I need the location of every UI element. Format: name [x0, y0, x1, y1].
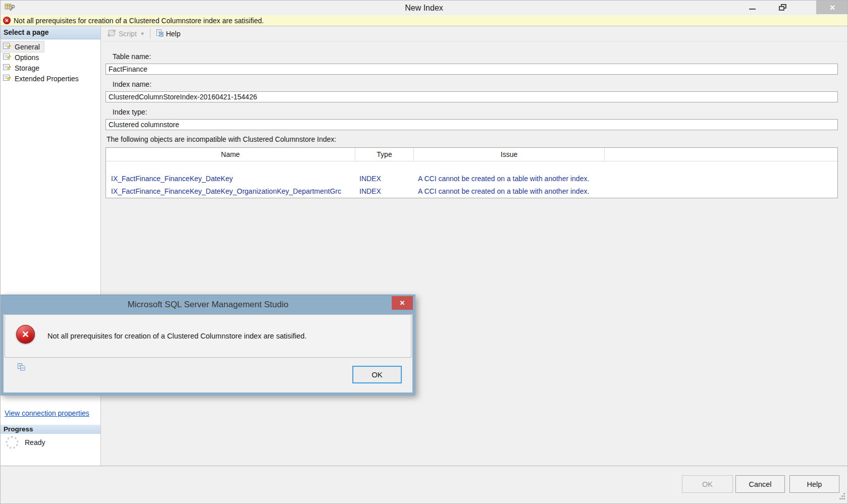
page-list: General Options Storage Extended Propert… [1, 39, 100, 84]
dialog-message: Not all prerequisites for creation of a … [47, 315, 306, 357]
column-header-issue[interactable]: Issue [414, 148, 605, 161]
table-row[interactable]: IX_FactFinance_FinanceKey_DateKey INDEX … [106, 172, 837, 185]
ssms-message-dialog: Microsoft SQL Server Management Studio ✕… [1, 295, 415, 396]
dialog-ok-button[interactable]: OK [352, 366, 402, 383]
sidebar-item-label: Storage [15, 64, 39, 72]
column-header-name[interactable]: Name [106, 148, 355, 161]
copy-message-icon[interactable] [17, 363, 26, 373]
sidebar-item-label: Extended Properties [15, 75, 79, 83]
column-header-type[interactable]: Type [355, 148, 414, 161]
view-connection-properties-link[interactable]: View connection properties [5, 409, 89, 417]
cell-issue: A CCI cannot be created on a table with … [414, 175, 589, 183]
index-name-label: Index name: [113, 80, 151, 88]
sidebar-item-options[interactable]: Options [1, 52, 43, 63]
progress-status: Ready [25, 438, 45, 446]
prerequisite-warning-bar: ✕ Not all prerequisites for creation of … [1, 15, 847, 26]
page-icon [3, 53, 11, 62]
window-titlebar: New Index ✕ [1, 1, 847, 15]
cell-type: INDEX [355, 187, 414, 195]
help-button-footer[interactable]: Help [789, 475, 839, 493]
table-header-row: Name Type Issue [106, 148, 837, 161]
select-a-page-header: Select a page [1, 26, 100, 39]
page-icon [3, 74, 11, 83]
dialog-body: ✕ Not all prerequisites for creation of … [4, 314, 412, 393]
cell-name: IX_FactFinance_FinanceKey_DateKey [106, 175, 355, 183]
sidebar-item-label: General [15, 43, 40, 51]
progress-status-row: Ready [6, 436, 45, 449]
chevron-down-icon: ▼ [140, 31, 145, 36]
dialog-title: Microsoft SQL Server Management Studio [1, 295, 415, 314]
sidebar-item-general[interactable]: General [1, 41, 44, 52]
close-icon: ✕ [829, 4, 835, 12]
window-title: New Index [1, 1, 847, 15]
column-header-empty [605, 148, 837, 161]
dialog-toolbar: Script ▼ Help [101, 26, 848, 42]
restore-button[interactable] [771, 1, 794, 14]
restore-icon [779, 4, 786, 11]
page-icon [3, 42, 11, 51]
sidebar-item-extended-properties[interactable]: Extended Properties [1, 73, 83, 84]
new-index-window: New Index ✕ ✕ Not all prerequisites for … [0, 0, 848, 504]
dialog-message-panel: ✕ Not all prerequisites for creation of … [5, 314, 411, 358]
close-button[interactable]: ✕ [816, 1, 848, 14]
cell-issue: A CCI cannot be created on a table with … [414, 187, 589, 195]
script-icon [107, 29, 116, 39]
resize-grip[interactable] [838, 492, 845, 501]
cell-name: IX_FactFinance_FinanceKey_DateKey_Organi… [106, 187, 355, 195]
index-type-label: Index type: [113, 108, 147, 116]
incompatible-objects-table: Name Type Issue IX_FactFinance_FinanceKe… [105, 147, 838, 198]
minimize-icon [749, 9, 756, 10]
table-row[interactable]: IX_FactFinance_FinanceKey_DateKey_Organi… [106, 185, 837, 197]
help-label: Help [166, 30, 181, 38]
close-icon: ✕ [400, 299, 405, 307]
table-name-field[interactable] [105, 64, 838, 75]
table-name-label: Table name: [113, 52, 151, 61]
warning-text: Not all prerequisites for creation of a … [14, 17, 264, 25]
minimize-button[interactable] [741, 1, 763, 14]
cell-type: INDEX [355, 175, 414, 183]
select-a-page-panel: Select a page General Options Storage Ex… [1, 26, 101, 466]
dialog-close-button[interactable]: ✕ [392, 296, 413, 310]
index-type-field[interactable] [105, 119, 838, 130]
index-name-field[interactable] [105, 91, 838, 102]
progress-spinner-icon [6, 436, 19, 449]
cancel-button[interactable]: Cancel [735, 475, 785, 493]
help-button[interactable]: Help [153, 28, 183, 40]
help-icon [155, 29, 164, 39]
script-button[interactable]: Script ▼ [104, 28, 147, 40]
error-circle-icon: ✕ [3, 17, 11, 24]
error-circle-icon: ✕ [16, 325, 35, 344]
sidebar-item-storage[interactable]: Storage [1, 63, 43, 73]
footer-separator [1, 466, 847, 466]
toolbar-separator [150, 29, 150, 39]
sidebar-item-label: Options [15, 53, 39, 62]
incompatible-objects-label: The following objects are incompatible w… [107, 135, 336, 143]
page-icon [3, 64, 11, 73]
script-label: Script [119, 30, 137, 38]
ok-button[interactable]: OK [682, 475, 733, 493]
progress-header: Progress [1, 425, 100, 434]
